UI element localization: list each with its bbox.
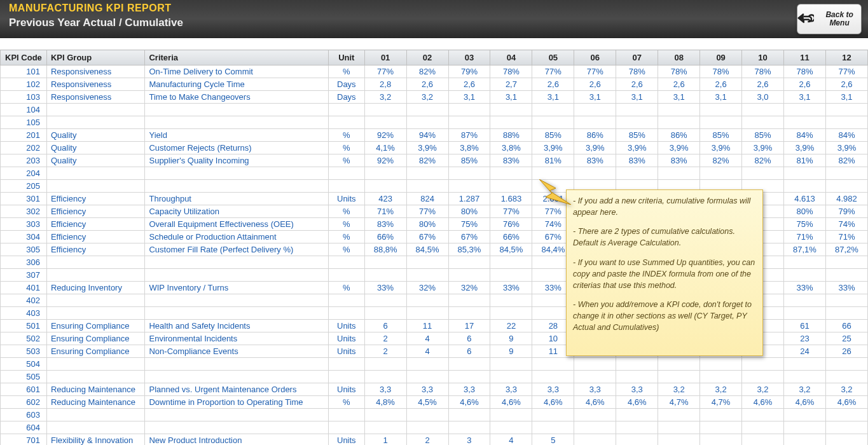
cell-value[interactable]: 78% bbox=[700, 65, 742, 78]
cell-value[interactable]: 4 bbox=[490, 434, 532, 446]
cell-code[interactable]: 401 bbox=[1, 282, 47, 294]
cell-criteria[interactable]: Yield bbox=[145, 129, 329, 142]
cell-criteria[interactable]: Environmental Incidents bbox=[145, 332, 329, 345]
cell-value[interactable] bbox=[448, 371, 490, 383]
cell-unit[interactable]: % bbox=[328, 282, 364, 294]
header-month-11[interactable]: 11 bbox=[784, 50, 826, 65]
cell-code[interactable]: 501 bbox=[1, 320, 47, 332]
cell-value[interactable]: 3,1 bbox=[574, 91, 616, 104]
cell-value[interactable] bbox=[825, 256, 867, 269]
cell-value[interactable]: 3,1 bbox=[658, 91, 700, 104]
cell-value[interactable] bbox=[364, 409, 406, 421]
cell-value[interactable]: 4,6% bbox=[825, 396, 867, 409]
header-month-03[interactable]: 03 bbox=[448, 50, 490, 65]
cell-value[interactable] bbox=[490, 180, 532, 193]
cell-value[interactable] bbox=[532, 116, 574, 129]
cell-code[interactable]: 105 bbox=[1, 116, 47, 129]
header-month-07[interactable]: 07 bbox=[616, 50, 658, 65]
cell-value[interactable]: 79% bbox=[825, 205, 867, 218]
table-row[interactable]: 505 bbox=[1, 371, 868, 383]
cell-criteria[interactable]: Throughput bbox=[145, 193, 329, 205]
table-row[interactable]: 101ResponsivenessOn-Time Delivery to Com… bbox=[1, 65, 868, 78]
cell-value[interactable] bbox=[825, 294, 867, 307]
cell-unit[interactable]: Days bbox=[328, 91, 364, 104]
cell-criteria[interactable]: Planned vs. Urgent Maintenance Orders bbox=[145, 383, 329, 396]
cell-value[interactable] bbox=[406, 307, 448, 320]
cell-value[interactable] bbox=[532, 371, 574, 383]
cell-value[interactable] bbox=[574, 358, 616, 371]
cell-value[interactable] bbox=[784, 371, 826, 383]
header-month-08[interactable]: 08 bbox=[658, 50, 700, 65]
cell-value[interactable] bbox=[490, 167, 532, 180]
cell-value[interactable] bbox=[406, 256, 448, 269]
cell-code[interactable]: 504 bbox=[1, 358, 47, 371]
cell-group[interactable] bbox=[46, 104, 145, 116]
cell-criteria[interactable]: New Product Introduction bbox=[145, 434, 329, 446]
cell-value[interactable]: 77% bbox=[532, 65, 574, 78]
cell-value[interactable]: 80% bbox=[448, 205, 490, 218]
cell-value[interactable] bbox=[532, 104, 574, 116]
cell-value[interactable]: 2 bbox=[364, 332, 406, 345]
cell-value[interactable]: 3,3 bbox=[574, 383, 616, 396]
cell-code[interactable]: 304 bbox=[1, 231, 47, 243]
cell-value[interactable] bbox=[490, 256, 532, 269]
cell-unit[interactable] bbox=[328, 256, 364, 269]
cell-code[interactable]: 603 bbox=[1, 409, 47, 421]
cell-group[interactable]: Reducing Maintenance bbox=[46, 383, 145, 396]
cell-group[interactable] bbox=[46, 371, 145, 383]
cell-criteria[interactable]: Health and Safety Incidents bbox=[145, 320, 329, 332]
header-month-04[interactable]: 04 bbox=[490, 50, 532, 65]
cell-value[interactable] bbox=[658, 116, 700, 129]
cell-value[interactable]: 2,6 bbox=[406, 78, 448, 91]
cell-value[interactable]: 3,8% bbox=[448, 142, 490, 154]
table-row[interactable]: 504 bbox=[1, 358, 868, 371]
cell-value[interactable]: 6 bbox=[364, 320, 406, 332]
cell-value[interactable]: 92% bbox=[364, 154, 406, 167]
cell-value[interactable]: 3,9% bbox=[742, 142, 784, 154]
cell-group[interactable]: Efficiency bbox=[46, 193, 145, 205]
cell-value[interactable]: 4,8% bbox=[364, 396, 406, 409]
cell-unit[interactable] bbox=[328, 269, 364, 282]
cell-group[interactable]: Efficiency bbox=[46, 218, 145, 231]
cell-criteria[interactable]: Overall Equipment Effectiveness (OEE) bbox=[145, 218, 329, 231]
table-row[interactable]: 203QualitySupplier's Quality Incoming%92… bbox=[1, 154, 868, 167]
cell-value[interactable] bbox=[700, 358, 742, 371]
cell-code[interactable]: 301 bbox=[1, 193, 47, 205]
table-row[interactable]: 104 bbox=[1, 104, 868, 116]
cell-value[interactable] bbox=[784, 104, 826, 116]
cell-value[interactable] bbox=[700, 104, 742, 116]
cell-criteria[interactable] bbox=[145, 269, 329, 282]
cell-unit[interactable]: % bbox=[328, 243, 364, 256]
cell-value[interactable] bbox=[825, 104, 867, 116]
cell-group[interactable]: Reducing Maintenance bbox=[46, 396, 145, 409]
cell-code[interactable]: 104 bbox=[1, 104, 47, 116]
cell-value[interactable]: 4,6% bbox=[574, 396, 616, 409]
cell-value[interactable]: 61 bbox=[784, 320, 826, 332]
cell-code[interactable]: 203 bbox=[1, 154, 47, 167]
cell-value[interactable] bbox=[574, 116, 616, 129]
cell-value[interactable]: 2,6 bbox=[532, 78, 574, 91]
cell-value[interactable] bbox=[490, 358, 532, 371]
cell-value[interactable]: 33% bbox=[364, 282, 406, 294]
cell-unit[interactable]: Units bbox=[328, 345, 364, 358]
cell-value[interactable] bbox=[825, 358, 867, 371]
cell-group[interactable]: Ensuring Compliance bbox=[46, 345, 145, 358]
cell-code[interactable]: 306 bbox=[1, 256, 47, 269]
table-row[interactable]: 103ResponsivenessTime to Make Changeover… bbox=[1, 91, 868, 104]
cell-value[interactable]: 87,2% bbox=[825, 243, 867, 256]
cell-value[interactable]: 77% bbox=[364, 65, 406, 78]
cell-group[interactable]: Responsiveness bbox=[46, 91, 145, 104]
cell-group[interactable] bbox=[46, 307, 145, 320]
cell-value[interactable] bbox=[700, 421, 742, 434]
cell-value[interactable] bbox=[406, 167, 448, 180]
cell-value[interactable]: 4.982 bbox=[825, 193, 867, 205]
cell-value[interactable] bbox=[616, 358, 658, 371]
cell-value[interactable] bbox=[364, 307, 406, 320]
cell-value[interactable] bbox=[658, 167, 700, 180]
cell-value[interactable] bbox=[490, 294, 532, 307]
cell-value[interactable]: 82% bbox=[700, 154, 742, 167]
cell-value[interactable]: 4,7% bbox=[700, 396, 742, 409]
header-month-06[interactable]: 06 bbox=[574, 50, 616, 65]
cell-value[interactable] bbox=[490, 104, 532, 116]
cell-unit[interactable] bbox=[328, 167, 364, 180]
